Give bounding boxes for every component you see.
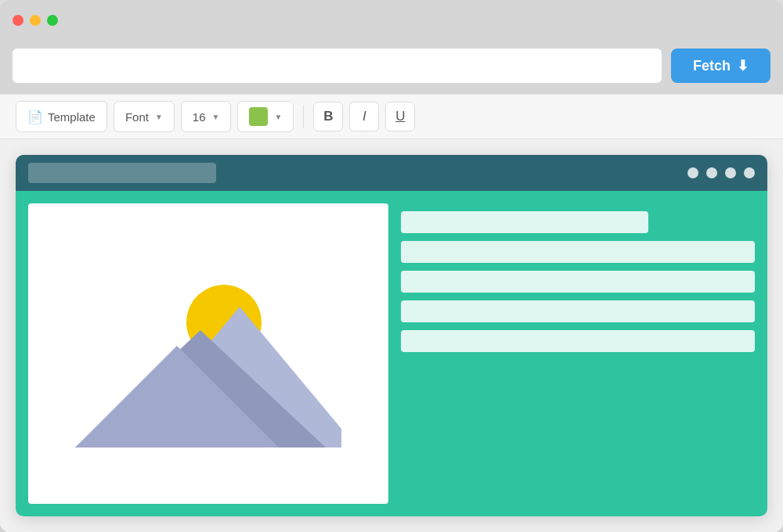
fetch-button[interactable]: Fetch ⬇ <box>671 49 770 83</box>
preview-line-5 <box>401 330 755 352</box>
preview-url-bar <box>28 163 216 183</box>
color-chevron-icon: ▼ <box>274 113 282 121</box>
image-illustration <box>28 203 388 504</box>
toolbar: 📄 Template Font ▼ 16 ▼ ▼ B I U <box>0 94 783 139</box>
email-preview <box>16 155 767 516</box>
font-label: Font <box>125 110 149 124</box>
download-icon: ⬇ <box>737 57 749 74</box>
font-chevron-icon: ▼ <box>155 113 163 121</box>
maximize-button[interactable] <box>47 15 58 26</box>
font-size-value: 16 <box>193 110 206 124</box>
preview-dot-1 <box>687 167 698 178</box>
document-icon: 📄 <box>27 110 43 124</box>
color-swatch <box>249 107 268 126</box>
fetch-label: Fetch <box>693 58 731 74</box>
bold-button[interactable]: B <box>313 102 343 131</box>
preview-title-bar <box>16 155 767 191</box>
preview-dots <box>687 167 755 178</box>
font-size-dropdown[interactable]: 16 ▼ <box>181 101 232 132</box>
close-button[interactable] <box>13 15 23 26</box>
preview-line-4 <box>401 300 755 322</box>
content-area <box>0 139 783 532</box>
title-bar <box>0 0 783 41</box>
underline-button[interactable]: U <box>385 102 415 131</box>
preview-dot-2 <box>706 167 717 178</box>
preview-line-3 <box>401 271 755 293</box>
preview-right-panel <box>401 203 755 504</box>
underline-label: U <box>395 109 405 124</box>
minimize-button[interactable] <box>30 15 41 26</box>
font-dropdown[interactable]: Font ▼ <box>114 101 175 132</box>
template-label: Template <box>48 110 96 124</box>
preview-line-1 <box>401 211 648 233</box>
bold-label: B <box>323 109 333 124</box>
italic-label: I <box>363 109 366 124</box>
color-picker-button[interactable]: ▼ <box>237 101 294 132</box>
size-chevron-icon: ▼ <box>211 113 219 121</box>
preview-line-2 <box>401 241 755 263</box>
url-bar-area: http://www.your-email-content.com Fetch … <box>0 41 783 94</box>
separator <box>303 105 304 128</box>
preview-dot-4 <box>744 167 755 178</box>
browser-window: http://www.your-email-content.com Fetch … <box>0 0 783 532</box>
url-input[interactable]: http://www.your-email-content.com <box>13 49 662 83</box>
preview-dot-3 <box>725 167 736 178</box>
italic-button[interactable]: I <box>349 102 379 131</box>
preview-image-panel <box>28 203 388 504</box>
template-dropdown[interactable]: 📄 Template <box>16 101 107 132</box>
preview-body <box>16 191 767 516</box>
